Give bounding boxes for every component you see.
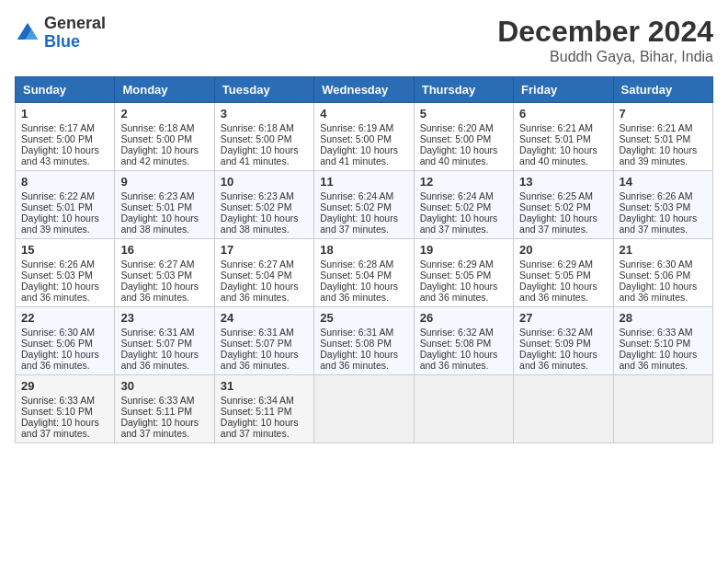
day-29: 29 Sunrise: 6:33 AMSunset: 5:10 PMDaylig…	[16, 375, 115, 443]
day-18: 18 Sunrise: 6:28 AMSunset: 5:04 PMDaylig…	[314, 239, 414, 307]
empty-cell-2	[414, 375, 513, 443]
day-27: 27 Sunrise: 6:32 AMSunset: 5:09 PMDaylig…	[514, 307, 613, 375]
header-sunday: Sunday	[16, 77, 115, 103]
day-15: 15 Sunrise: 6:26 AMSunset: 5:03 PMDaylig…	[16, 239, 115, 307]
logo-icon	[15, 20, 40, 46]
month-year-title: December 2024	[497, 15, 713, 49]
calendar-row-4: 22 Sunrise: 6:30 AMSunset: 5:06 PMDaylig…	[16, 307, 713, 375]
calendar-table: Sunday Monday Tuesday Wednesday Thursday…	[15, 76, 713, 443]
title-block: December 2024 Buddh Gaya, Bihar, India	[497, 15, 713, 65]
calendar-row-5: 29 Sunrise: 6:33 AMSunset: 5:10 PMDaylig…	[16, 375, 713, 443]
header-friday: Friday	[514, 77, 613, 103]
day-10: 10 Sunrise: 6:23 AMSunset: 5:02 PMDaylig…	[214, 171, 313, 239]
day-28: 28 Sunrise: 6:33 AMSunset: 5:10 PMDaylig…	[613, 307, 712, 375]
header-monday: Monday	[115, 77, 214, 103]
day-9: 9 Sunrise: 6:23 AMSunset: 5:01 PMDayligh…	[115, 171, 214, 239]
day-20: 20 Sunrise: 6:29 AMSunset: 5:05 PMDaylig…	[514, 239, 613, 307]
day-3: 3 Sunrise: 6:18 AMSunset: 5:00 PMDayligh…	[214, 103, 313, 171]
calendar-row-1: 1 Sunrise: 6:17 AMSunset: 5:00 PMDayligh…	[16, 103, 713, 171]
logo-text: GeneralBlue	[44, 15, 106, 52]
day-16: 16 Sunrise: 6:27 AMSunset: 5:03 PMDaylig…	[115, 239, 214, 307]
day-23: 23 Sunrise: 6:31 AMSunset: 5:07 PMDaylig…	[115, 307, 214, 375]
day-1: 1 Sunrise: 6:17 AMSunset: 5:00 PMDayligh…	[16, 103, 115, 171]
day-13: 13 Sunrise: 6:25 AMSunset: 5:02 PMDaylig…	[514, 171, 613, 239]
day-24: 24 Sunrise: 6:31 AMSunset: 5:07 PMDaylig…	[214, 307, 313, 375]
page-header: GeneralBlue December 2024 Buddh Gaya, Bi…	[15, 15, 713, 65]
day-21: 21 Sunrise: 6:30 AMSunset: 5:06 PMDaylig…	[613, 239, 712, 307]
day-5: 5 Sunrise: 6:20 AMSunset: 5:00 PMDayligh…	[414, 103, 513, 171]
day-2: 2 Sunrise: 6:18 AMSunset: 5:00 PMDayligh…	[115, 103, 214, 171]
day-26: 26 Sunrise: 6:32 AMSunset: 5:08 PMDaylig…	[414, 307, 513, 375]
empty-cell-3	[514, 375, 613, 443]
day-17: 17 Sunrise: 6:27 AMSunset: 5:04 PMDaylig…	[214, 239, 313, 307]
header-tuesday: Tuesday	[214, 77, 313, 103]
day-11: 11 Sunrise: 6:24 AMSunset: 5:02 PMDaylig…	[314, 171, 414, 239]
header-saturday: Saturday	[613, 77, 712, 103]
day-7: 7 Sunrise: 6:21 AMSunset: 5:01 PMDayligh…	[613, 103, 712, 171]
day-19: 19 Sunrise: 6:29 AMSunset: 5:05 PMDaylig…	[414, 239, 513, 307]
day-8: 8 Sunrise: 6:22 AMSunset: 5:01 PMDayligh…	[16, 171, 115, 239]
location-title: Buddh Gaya, Bihar, India	[497, 49, 713, 65]
day-25: 25 Sunrise: 6:31 AMSunset: 5:08 PMDaylig…	[314, 307, 414, 375]
header-wednesday: Wednesday	[314, 77, 414, 103]
day-22: 22 Sunrise: 6:30 AMSunset: 5:06 PMDaylig…	[16, 307, 115, 375]
weekday-header-row: Sunday Monday Tuesday Wednesday Thursday…	[16, 77, 713, 103]
day-14: 14 Sunrise: 6:26 AMSunset: 5:03 PMDaylig…	[613, 171, 712, 239]
day-12: 12 Sunrise: 6:24 AMSunset: 5:02 PMDaylig…	[414, 171, 513, 239]
empty-cell-1	[314, 375, 414, 443]
calendar-row-2: 8 Sunrise: 6:22 AMSunset: 5:01 PMDayligh…	[16, 171, 713, 239]
header-thursday: Thursday	[414, 77, 513, 103]
empty-cell-4	[613, 375, 712, 443]
day-30: 30 Sunrise: 6:33 AMSunset: 5:11 PMDaylig…	[115, 375, 214, 443]
calendar-row-3: 15 Sunrise: 6:26 AMSunset: 5:03 PMDaylig…	[16, 239, 713, 307]
day-31: 31 Sunrise: 6:34 AMSunset: 5:11 PMDaylig…	[214, 375, 313, 443]
day-4: 4 Sunrise: 6:19 AMSunset: 5:00 PMDayligh…	[314, 103, 414, 171]
logo: GeneralBlue	[15, 15, 106, 52]
day-6: 6 Sunrise: 6:21 AMSunset: 5:01 PMDayligh…	[514, 103, 613, 171]
